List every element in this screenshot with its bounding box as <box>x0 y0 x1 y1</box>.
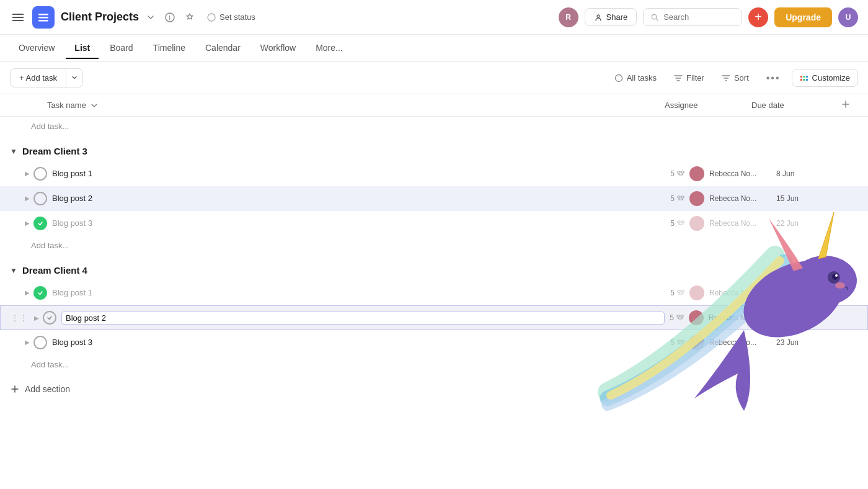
sort-button[interactable]: Sort <box>715 70 755 86</box>
user-avatar[interactable]: U <box>838 7 858 27</box>
expand-button[interactable]: ▶ <box>30 315 43 321</box>
task-due-date: 8 Jun <box>771 169 858 178</box>
add-new-button[interactable]: + <box>748 7 768 27</box>
share-button[interactable]: Share <box>585 8 637 26</box>
subtask-icon <box>677 170 684 177</box>
col-add-header[interactable] <box>833 99 858 111</box>
svg-point-9 <box>597 15 600 17</box>
tab-calendar[interactable]: Calendar <box>197 38 249 59</box>
expand-button[interactable]: ▶ <box>21 195 33 202</box>
task-status-circle[interactable] <box>33 217 47 230</box>
assignee-avatar <box>689 166 704 181</box>
app-icon <box>32 6 55 29</box>
task-row-editing[interactable]: ⋮⋮ ▶ 5 Rebecca No... 16 Jun <box>0 305 868 330</box>
tab-board[interactable]: Board <box>101 38 141 59</box>
add-task-main-button[interactable]: + Add task <box>11 69 66 87</box>
upgrade-button[interactable]: Upgrade <box>774 7 832 27</box>
svg-rect-15 <box>806 76 808 78</box>
subtask-icon <box>676 314 684 321</box>
subtask-icon <box>677 220 684 227</box>
toolbar-right: All tasks Filter Sort ••• Customize <box>608 69 858 87</box>
hamburger-button[interactable] <box>10 11 26 24</box>
svg-line-11 <box>656 19 658 20</box>
filter-icon <box>674 74 683 83</box>
expand-button[interactable]: ▶ <box>21 289 33 296</box>
svg-rect-32 <box>681 221 684 223</box>
task-due-date: 9 Jun <box>771 289 858 297</box>
col-assignee-header: Assignee <box>660 101 746 110</box>
add-task-dropdown-button[interactable] <box>66 69 82 87</box>
subtask-count: 5 <box>670 194 684 203</box>
info-button[interactable]: i <box>162 10 177 25</box>
tab-list[interactable]: List <box>66 38 99 59</box>
add-section-row[interactable]: Add section <box>0 374 868 404</box>
section-header-dream-client-4[interactable]: ▼ Dream Client 4 <box>0 255 868 280</box>
task-assignee: Rebecca No... <box>684 191 771 206</box>
all-tasks-button[interactable]: All tasks <box>608 70 663 86</box>
table-area: Task name Assignee Due date Add task... … <box>0 94 868 489</box>
svg-rect-5 <box>38 20 48 22</box>
svg-rect-17 <box>803 79 805 81</box>
task-status-circle[interactable] <box>33 336 47 349</box>
svg-rect-35 <box>677 315 680 317</box>
task-row[interactable]: ▶ Blog post 2 5 Rebecca No... 15 Jun <box>0 186 868 211</box>
svg-rect-30 <box>681 196 684 198</box>
customize-button[interactable]: Customize <box>792 69 858 87</box>
subtask-count: 5 <box>670 219 684 228</box>
section-header-dream-client-3[interactable]: ▼ Dream Client 3 <box>0 136 868 161</box>
tab-overview[interactable]: Overview <box>10 38 63 59</box>
expand-button[interactable]: ▶ <box>21 339 33 346</box>
set-status-button[interactable]: Set status <box>202 10 260 24</box>
title-dropdown-button[interactable] <box>144 11 157 24</box>
project-title-area: Client Projects i Set status <box>61 10 260 25</box>
section-title-dream-client-4: Dream Client 4 <box>22 265 87 276</box>
task-row[interactable]: ▶ Blog post 3 5 Rebecca No... 22 Jun <box>0 211 868 236</box>
circle-icon <box>614 74 623 83</box>
task-name: Blog post 1 <box>52 288 665 297</box>
section2-add-task-row[interactable]: Add task... <box>0 355 868 374</box>
expand-button[interactable]: ▶ <box>21 170 33 177</box>
section1-add-task-row[interactable]: Add task... <box>0 236 868 255</box>
task-name: Blog post 1 <box>52 169 665 178</box>
assignee-avatar <box>689 335 704 350</box>
assignee-avatar <box>689 216 704 231</box>
task-status-circle[interactable] <box>33 167 47 181</box>
svg-rect-33 <box>678 290 680 292</box>
svg-rect-13 <box>800 76 802 78</box>
task-row[interactable]: ▶ Blog post 3 5 Rebecca No... 23 Jun <box>0 330 868 355</box>
drag-handle[interactable]: ⋮⋮ <box>11 313 28 323</box>
expand-button[interactable]: ▶ <box>21 220 33 227</box>
subtask-count: 5 <box>670 289 684 297</box>
subtask-count: 5 <box>670 313 684 322</box>
task-due-date: 16 Jun <box>771 313 857 322</box>
header-right: R Share + Upgrade U <box>559 7 859 27</box>
task-row[interactable]: ▶ Blog post 1 5 Rebecca No... 9 Jun <box>0 280 868 305</box>
filter-button[interactable]: Filter <box>668 70 711 86</box>
task-row[interactable]: ▶ Blog post 1 5 Rebecca No... 8 Jun <box>0 161 868 186</box>
task-due-date: 23 Jun <box>771 338 858 347</box>
task-assignee: Rebecca No... <box>684 335 771 350</box>
svg-text:i: i <box>169 14 170 21</box>
subtask-count: 5 <box>670 169 684 178</box>
tab-timeline[interactable]: Timeline <box>144 38 194 59</box>
nav-tabs: Overview List Board Timeline Calendar Wo… <box>0 35 868 62</box>
col-due-date-header: Due date <box>746 101 833 110</box>
task-status-circle[interactable] <box>33 192 47 205</box>
assignee-avatar <box>689 191 704 206</box>
subtask-icon <box>677 195 684 202</box>
svg-rect-27 <box>678 171 680 173</box>
task-name-input[interactable] <box>61 312 665 325</box>
more-options-button[interactable]: ••• <box>760 69 787 87</box>
search-box[interactable] <box>643 8 742 26</box>
tab-more[interactable]: More... <box>307 38 352 59</box>
task-status-circle[interactable] <box>43 311 56 325</box>
star-button[interactable] <box>182 10 197 25</box>
tab-workflow[interactable]: Workflow <box>252 38 304 59</box>
task-status-circle[interactable] <box>33 286 47 300</box>
task-assignee: Rebecca No... <box>684 310 771 325</box>
chevron-down-icon[interactable] <box>90 101 99 110</box>
svg-rect-4 <box>38 17 48 19</box>
search-input[interactable] <box>663 12 734 22</box>
svg-rect-29 <box>678 196 680 198</box>
top-add-task-row[interactable]: Add task... <box>0 117 868 136</box>
